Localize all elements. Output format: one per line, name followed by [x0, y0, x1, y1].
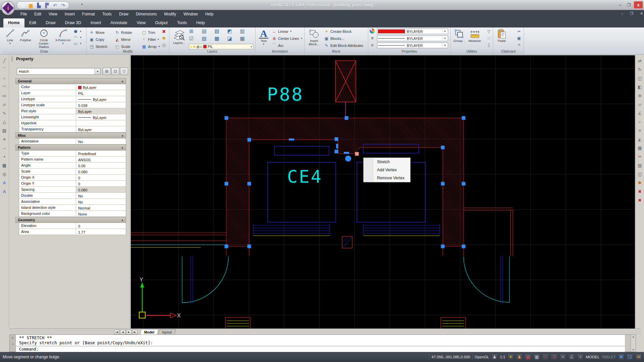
- menu-tools[interactable]: Tools: [99, 11, 115, 17]
- linetype-icon[interactable]: ≣: [370, 36, 375, 41]
- layer-state-button[interactable]: ▤: [202, 28, 207, 34]
- layer-bulb-icon[interactable]: ●: [190, 45, 192, 49]
- move-button[interactable]: ✛Move: [89, 29, 113, 36]
- draw-arc-button[interactable]: ⌒: [1, 67, 7, 72]
- paste-button[interactable]: Paste: [495, 28, 508, 43]
- mod-half-button[interactable]: ◧: [637, 84, 643, 90]
- arc-button[interactable]: ⌒Arc: [272, 43, 303, 48]
- blocks-button[interactable]: ▣Blocks...: [324, 36, 363, 41]
- mod-rotate-button[interactable]: ↻: [637, 67, 643, 72]
- color-wheel-icon[interactable]: [370, 28, 375, 34]
- drawing-canvas[interactable]: P88 CE4 Y X: [131, 55, 635, 328]
- explode-button[interactable]: ✸: [161, 36, 166, 41]
- copy-button[interactable]: ▣Copy: [89, 36, 113, 43]
- revision-cloud-button[interactable]: ◠▼: [73, 35, 82, 40]
- auto-annotation-icon[interactable]: ♟: [516, 354, 523, 360]
- scale-button[interactable]: ◰Scale: [115, 43, 140, 50]
- dropdown-arrow-icon[interactable]: ▼: [442, 44, 447, 47]
- undo-button[interactable]: ↶: [52, 2, 58, 8]
- layer-unlock-button[interactable]: ◪: [227, 36, 232, 41]
- mod-break-button[interactable]: ◫: [637, 171, 643, 177]
- draw-polygon-button[interactable]: ▱: [1, 102, 7, 107]
- save-file-button[interactable]: ▙: [36, 2, 42, 8]
- tablet-toggle[interactable]: TABLET: [601, 355, 616, 359]
- text-button[interactable]: A Text▼: [257, 28, 270, 46]
- tab-annotate[interactable]: Annotate: [106, 18, 132, 27]
- panel-grip[interactable]: [11, 57, 13, 62]
- minimize-button[interactable]: –: [616, 1, 625, 8]
- object-type-select[interactable]: Hatch ▼: [17, 68, 101, 75]
- close-cmd-icon[interactable]: x: [12, 336, 13, 340]
- column-block[interactable]: [335, 61, 356, 102]
- layer-check-button[interactable]: ☑: [189, 36, 194, 41]
- draw-mline-button[interactable]: ≡: [1, 136, 7, 142]
- tab-draw[interactable]: Draw: [41, 18, 60, 27]
- mod-skew-button[interactable]: ▱: [637, 102, 643, 107]
- polar-icon[interactable]: ⊙: [551, 354, 557, 360]
- command-history[interactable]: ** STRETCH ** Specify stretch point or […: [16, 335, 625, 346]
- quick-select-tool[interactable]: ⊞: [103, 68, 111, 75]
- delete-button[interactable]: ✖: [161, 29, 166, 34]
- rotate-button[interactable]: ↻Rotate: [115, 29, 140, 36]
- draw-region-button[interactable]: ▦: [1, 163, 7, 168]
- tab-output[interactable]: Output: [150, 18, 172, 27]
- command-scrollbar[interactable]: ▲▼: [631, 335, 636, 352]
- layers-button[interactable]: Layers...: [171, 28, 187, 45]
- menu-modify[interactable]: Modify: [161, 11, 179, 17]
- polygon-button[interactable]: ⬟▼: [73, 29, 82, 34]
- scale-indicator[interactable]: 1:1: [500, 355, 505, 359]
- qat-customize-icon[interactable]: ▾: [81, 3, 83, 6]
- center-lines-button[interactable]: ⊕Center Lines▼: [272, 36, 303, 41]
- mod-purge-button[interactable]: ✖: [637, 197, 643, 203]
- trim-button[interactable]: ▢Trim: [142, 29, 162, 36]
- command-input[interactable]: Command:: [16, 346, 625, 352]
- lwt-icon[interactable]: +: [577, 354, 584, 360]
- sheet-tab-layout[interactable]: layout: [158, 329, 176, 335]
- text-single-button[interactable]: A: [1, 180, 7, 186]
- linear-button[interactable]: ↔Linear▼: [272, 29, 303, 34]
- mod-swap-button[interactable]: ⇄: [637, 58, 643, 64]
- draw-xline-button[interactable]: ↔: [1, 145, 7, 151]
- mod-hatch-edit-button[interactable]: ▨: [637, 163, 643, 168]
- mod-stack-button[interactable]: ≡: [637, 128, 643, 133]
- save-as-button[interactable]: ▛: [44, 2, 50, 8]
- annotation-visibility-icon[interactable]: ☀: [507, 354, 514, 360]
- layer-hatch-icon[interactable]: ▩: [196, 45, 199, 49]
- context-add-vertex[interactable]: Add Vertex: [364, 166, 410, 174]
- draw-line-button[interactable]: ╱: [1, 58, 7, 64]
- text-multi-button[interactable]: A: [1, 189, 7, 194]
- polyline-button[interactable]: Polyline: [18, 27, 33, 52]
- menu-window[interactable]: Window: [180, 11, 201, 17]
- combo-arrow-icon[interactable]: ▼: [95, 68, 100, 74]
- esnap-icon[interactable]: ⌖: [559, 354, 566, 360]
- collapse-icon[interactable]: ▲: [121, 134, 124, 137]
- mod-delete-button[interactable]: ✖: [637, 189, 643, 194]
- menu-help[interactable]: Help: [202, 11, 217, 17]
- tab-edit[interactable]: Edit: [24, 18, 41, 27]
- lineweight-control[interactable]: BYLAYER▼: [377, 43, 448, 48]
- sheet-nav-3[interactable]: ▶|: [132, 330, 138, 335]
- circle-center-radius-button[interactable]: Circle Center-Radius▼: [35, 27, 53, 52]
- hot-grip[interactable]: [355, 152, 359, 156]
- match-props-button[interactable]: ✳: [517, 42, 522, 47]
- menu-view[interactable]: View: [46, 11, 60, 17]
- renderer-label[interactable]: OpenGL: [475, 355, 489, 359]
- mdi-close[interactable]: ✕: [638, 11, 644, 16]
- section-misc[interactable]: Misc▲: [15, 132, 126, 138]
- menu-dimensions[interactable]: Dimensions: [133, 11, 160, 17]
- layer-copy-button[interactable]: ▩: [214, 36, 219, 41]
- section-pattern[interactable]: Pattern▲: [15, 144, 126, 150]
- ortho-icon[interactable]: ∟: [542, 354, 549, 360]
- mail-icon[interactable]: ✉: [635, 354, 642, 360]
- mod-mirror-button[interactable]: ◭: [637, 136, 643, 142]
- mod-corner-button[interactable]: ⌐: [637, 119, 643, 125]
- sheet-nav-0[interactable]: |◀: [114, 330, 119, 335]
- mod-center-button[interactable]: ⊕: [637, 93, 643, 99]
- erase-button[interactable]: ◎: [161, 42, 166, 47]
- new-file-button[interactable]: ▤: [20, 2, 26, 8]
- layer-on-button[interactable]: ▥: [240, 28, 245, 34]
- draw-circle-button[interactable]: ○: [1, 75, 7, 81]
- menu-format[interactable]: Format: [79, 11, 98, 17]
- draw-rectangle-button[interactable]: ▭: [1, 93, 7, 99]
- context-remove-vertex[interactable]: Remove Vertex: [364, 174, 410, 182]
